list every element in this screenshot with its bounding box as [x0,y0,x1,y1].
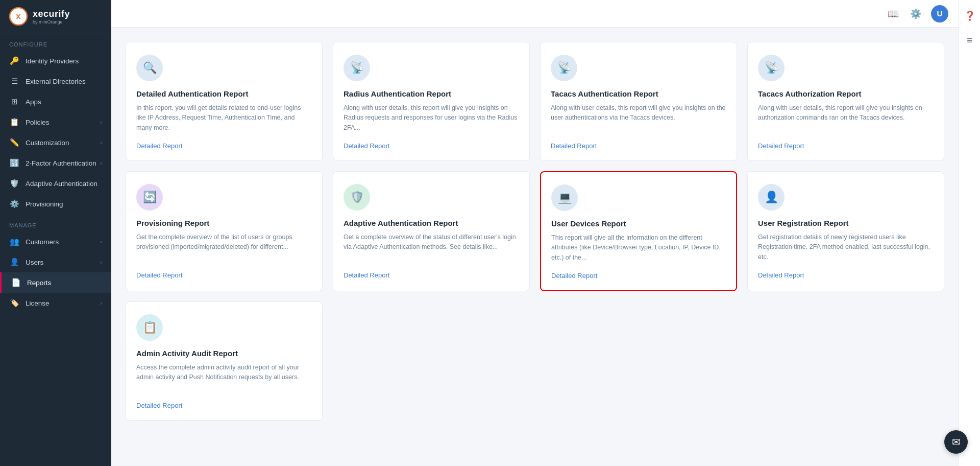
sidebar-icon-customization: ✏️ [9,137,19,148]
card-tacacs-authz[interactable]: 📡 Tacacs Authorization Report Along with… [747,42,944,161]
card-desc-provisioning: Get the complete overview of the list of… [136,232,312,263]
sidebar-label-users: Users [26,259,100,266]
chevron-icon-customization: › [100,139,102,146]
chevron-icon-policies: › [100,119,102,125]
card-icon-adaptive-auth: 🛡️ [344,184,370,211]
card-user-registration[interactable]: 👤 User Registration Report Get registrat… [747,171,944,291]
card-desc-adaptive-auth: Get a complete overview of the status of… [344,232,519,263]
card-desc-tacacs-authz: Along with user details, this report wil… [758,103,934,134]
card-desc-admin-activity: Access the complete admin activity audit… [136,363,312,393]
logo-icon: x [9,7,28,26]
sidebar-icon-policies: 📋 [9,117,19,127]
sidebar-item-policies[interactable]: 📋 Policies › [0,112,111,132]
sidebar-label-customization: Customization [26,139,100,147]
sidebar-icon-reports: 📄 [11,277,21,288]
sidebar-label-apps: Apps [26,98,102,106]
card-icon-tacacs-auth: 📡 [551,55,577,81]
help-icon[interactable]: ❓ [962,8,977,24]
card-detailed-auth[interactable]: 🔍 Detailed Authentication Report In this… [126,42,323,161]
sidebar-label-provisioning: Provisioning [26,200,102,208]
card-title-tacacs-auth: Tacacs Authentication Report [551,89,726,98]
chevron-icon-customers: › [100,239,102,245]
sidebar-icon-external-directories: ☰ [9,76,19,86]
card-desc-radius-auth: Along with user details, this report wil… [344,103,519,134]
card-title-detailed-auth: Detailed Authentication Report [136,89,312,98]
card-icon-admin-activity: 📋 [136,314,163,341]
sidebar-item-adaptive-auth[interactable]: 🛡️ Adaptive Authentication [0,173,111,194]
card-link-user-devices[interactable]: Detailed Report [551,272,597,279]
sidebar-icon-adaptive-auth: 🛡️ [9,178,19,189]
brand-sub: by miniOrange [33,19,70,25]
card-desc-user-registration: Get registration details of newly regist… [758,232,934,263]
card-title-user-registration: User Registration Report [758,219,934,227]
chevron-icon-users: › [100,259,102,265]
topbar: 📖 ⚙️ U [111,0,959,28]
card-user-devices[interactable]: 💻 User Devices Report This report will g… [540,171,737,291]
card-icon-provisioning: 🔄 [136,184,163,211]
sidebar-icon-license: 🏷️ [9,298,19,308]
card-link-tacacs-authz[interactable]: Detailed Report [758,142,804,150]
card-desc-user-devices: This report will give all the informatio… [551,233,726,264]
chevron-icon-license: › [100,300,102,306]
user-avatar[interactable]: U [931,5,948,22]
sidebar-item-2fa[interactable]: 🔢 2-Factor Authentication › [0,153,111,173]
card-icon-radius-auth: 📡 [344,55,370,81]
sidebar-icon-2fa: 🔢 [9,158,19,168]
card-icon-user-devices: 💻 [551,184,578,211]
sidebar-item-customization[interactable]: ✏️ Customization › [0,132,111,153]
card-tacacs-auth[interactable]: 📡 Tacacs Authentication Report Along wit… [540,42,737,161]
hamburger-icon[interactable]: ≡ [962,33,977,48]
logo-area: x xecurify by miniOrange [0,0,111,33]
sidebar-label-reports: Reports [27,279,102,287]
sidebar-item-provisioning[interactable]: ⚙️ Provisioning [0,194,111,214]
sidebar-item-identity-providers[interactable]: 🔑 Identity Providers [0,51,111,71]
card-adaptive-auth[interactable]: 🛡️ Adaptive Authentication Report Get a … [333,171,530,291]
configure-label: Configure [0,33,111,51]
sidebar-item-external-directories[interactable]: ☰ External Directories [0,71,111,91]
chevron-icon-2fa: › [100,160,102,166]
sidebar-label-identity-providers: Identity Providers [26,57,102,65]
sidebar-item-license[interactable]: 🏷️ License › [0,293,111,313]
main-area: 📖 ⚙️ U 🔍 Detailed Authentication Report … [111,0,959,466]
sidebar-label-customers: Customers [26,238,100,246]
card-link-adaptive-auth[interactable]: Detailed Report [344,271,389,279]
settings-icon[interactable]: ⚙️ [909,7,923,21]
sidebar-icon-apps: ⊞ [9,97,19,107]
card-icon-user-registration: 👤 [758,184,785,211]
configure-items: 🔑 Identity Providers ☰ External Director… [0,51,111,214]
content-area: 🔍 Detailed Authentication Report In this… [111,28,959,466]
svg-text:x: x [16,12,21,20]
sidebar-item-users[interactable]: 👤 Users › [0,252,111,272]
book-icon[interactable]: 📖 [886,7,900,21]
card-link-detailed-auth[interactable]: Detailed Report [136,142,182,150]
manage-items: 👥 Customers › 👤 Users › 📄 Reports 🏷️ Lic… [0,231,111,313]
logo-text: xecurify by miniOrange [33,9,70,25]
sidebar-label-external-directories: External Directories [26,78,102,85]
sidebar-icon-identity-providers: 🔑 [9,56,19,66]
card-desc-detailed-auth: In this report, you will get details rel… [136,103,312,134]
card-link-radius-auth[interactable]: Detailed Report [344,142,389,150]
card-title-admin-activity: Admin Activity Audit Report [136,349,312,358]
sidebar-item-reports[interactable]: 📄 Reports [0,272,111,293]
card-link-admin-activity[interactable]: Detailed Report [136,402,182,409]
card-link-tacacs-auth[interactable]: Detailed Report [551,142,597,150]
card-icon-tacacs-authz: 📡 [758,55,785,81]
brand-name: xecurify [33,9,70,19]
right-panel: ❓ ≡ [959,0,980,466]
chat-bubble[interactable]: ✉ [944,430,968,454]
card-icon-detailed-auth: 🔍 [136,55,163,81]
sidebar-label-2fa: 2-Factor Authentication [26,159,100,167]
card-provisioning[interactable]: 🔄 Provisioning Report Get the complete o… [126,171,323,291]
sidebar-item-customers[interactable]: 👥 Customers › [0,231,111,252]
card-admin-activity[interactable]: 📋 Admin Activity Audit Report Access the… [126,301,323,421]
sidebar-item-apps[interactable]: ⊞ Apps [0,91,111,112]
card-link-user-registration[interactable]: Detailed Report [758,271,804,279]
sidebar-icon-users: 👤 [9,257,19,267]
manage-label: Manage [0,214,111,231]
card-link-provisioning[interactable]: Detailed Report [136,271,182,279]
card-radius-auth[interactable]: 📡 Radius Authentication Report Along wit… [333,42,530,161]
card-desc-tacacs-auth: Along with user details, this report wil… [551,103,726,134]
cards-grid: 🔍 Detailed Authentication Report In this… [126,42,944,421]
card-title-user-devices: User Devices Report [551,219,726,228]
sidebar-icon-provisioning: ⚙️ [9,199,19,209]
